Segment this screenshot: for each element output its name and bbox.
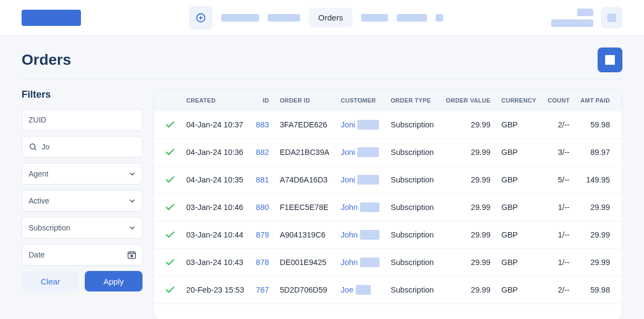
cell-id-link[interactable]: 882 <box>256 148 269 157</box>
cell-created: 03-Jan-24 10:44 <box>181 221 250 249</box>
cell-order-value: 29.99 <box>440 249 496 276</box>
add-button[interactable] <box>189 6 213 30</box>
page-action-button[interactable] <box>598 47 622 72</box>
filters-panel: Filters Agent Active Subscription <box>22 89 143 319</box>
chevron-down-icon <box>128 169 137 178</box>
calendar-icon <box>127 250 137 260</box>
th-created[interactable]: CREATED <box>181 90 250 111</box>
cell-customer-link[interactable]: John <box>341 230 357 239</box>
cell-customer-link[interactable]: Joni <box>341 175 355 184</box>
cell-id-link[interactable]: 881 <box>256 175 269 184</box>
th-count[interactable]: COUNT <box>541 90 575 111</box>
cell-amt-paid: 89.97 <box>575 139 622 166</box>
svg-rect-9 <box>131 255 133 257</box>
cell-id-link[interactable]: 879 <box>256 230 269 239</box>
top-nav: Orders <box>0 0 644 36</box>
table-row[interactable]: 03-Jan-24 10:46880F1EEC5E78EJohnSubscrip… <box>154 194 622 221</box>
page-title: Orders <box>22 51 71 69</box>
filter-buttons: Clear Apply <box>22 271 143 291</box>
cell-order-type: Subscription <box>385 166 440 194</box>
table-row[interactable]: 04-Jan-24 10:378833FA7EDE626JoniSubscrip… <box>154 111 622 139</box>
redacted <box>357 120 379 130</box>
th-order-type[interactable]: ORDER TYPE <box>385 90 440 111</box>
search-icon <box>29 142 37 151</box>
th-currency[interactable]: CURRENCY <box>496 90 542 111</box>
table-row[interactable]: 04-Jan-24 10:35881A74D6A16D3JoniSubscrip… <box>154 166 622 194</box>
type-select[interactable]: Subscription <box>22 217 143 239</box>
cell-id-link[interactable]: 880 <box>256 203 269 212</box>
th-amt-paid[interactable]: AMT PAID <box>575 90 622 111</box>
orders-table: CREATED ID ORDER ID CUSTOMER ORDER TYPE … <box>154 90 622 304</box>
nav-item-placeholder[interactable] <box>436 14 443 22</box>
cell-id-link[interactable]: 767 <box>256 286 269 294</box>
status-check-icon <box>165 202 175 213</box>
nav-item-placeholder[interactable] <box>268 14 300 22</box>
nav-tab-orders[interactable]: Orders <box>309 8 353 28</box>
clear-button[interactable]: Clear <box>22 271 79 291</box>
cell-created: 04-Jan-24 10:37 <box>181 111 250 139</box>
cell-order-value: 29.99 <box>440 276 496 304</box>
cell-amt-paid: 59.98 <box>575 111 622 139</box>
cell-created: 04-Jan-24 10:35 <box>181 166 250 194</box>
cell-order-id: EDA21BC39A <box>274 139 335 166</box>
nav-item-placeholder[interactable] <box>221 14 259 22</box>
cell-count: 3/-- <box>541 139 575 166</box>
redacted <box>360 257 379 267</box>
cell-currency: GBP <box>496 276 542 304</box>
table-header-row: CREATED ID ORDER ID CUSTOMER ORDER TYPE … <box>154 90 622 111</box>
cell-order-id: 3FA7EDE626 <box>274 111 335 139</box>
cell-count: 1/-- <box>541 194 575 221</box>
nav-item-placeholder[interactable] <box>397 14 427 22</box>
status-check-icon <box>165 229 175 240</box>
cell-id-link[interactable]: 883 <box>256 120 269 129</box>
redacted <box>356 285 371 295</box>
cell-customer-link[interactable]: Joni <box>341 120 355 129</box>
cell-order-value: 29.99 <box>440 166 496 194</box>
table-row[interactable]: 03-Jan-24 10:43878DE001E9425JohnSubscrip… <box>154 249 622 276</box>
cell-count: 1/-- <box>541 221 575 249</box>
profile-icon <box>607 13 616 22</box>
zuid-input[interactable] <box>29 116 135 124</box>
apply-button[interactable]: Apply <box>85 271 143 291</box>
cell-customer-link[interactable]: John <box>341 258 357 267</box>
th-order-value[interactable]: ORDER VALUE <box>440 90 496 111</box>
page-header: Orders <box>0 36 644 79</box>
cell-count: 1/-- <box>541 249 575 276</box>
cell-id-link[interactable]: 878 <box>256 258 269 267</box>
filters-heading: Filters <box>22 89 143 100</box>
cell-amt-paid: 29.99 <box>575 194 622 221</box>
th-order-id[interactable]: ORDER ID <box>274 90 335 111</box>
logo[interactable] <box>22 10 81 26</box>
cell-order-value: 29.99 <box>440 139 496 166</box>
cell-created: 03-Jan-24 10:43 <box>181 249 250 276</box>
orders-table-card: CREATED ID ORDER ID CUSTOMER ORDER TYPE … <box>153 89 622 319</box>
status-check-icon <box>165 147 175 158</box>
cell-currency: GBP <box>496 111 542 139</box>
th-id[interactable]: ID <box>250 90 275 111</box>
cell-customer-link[interactable]: Joni <box>341 148 355 157</box>
table-row[interactable]: 20-Feb-23 15:537675D2D706D59JoeSubscript… <box>154 276 622 304</box>
search-field[interactable] <box>22 136 143 158</box>
search-input[interactable] <box>42 142 136 151</box>
cell-currency: GBP <box>496 139 542 166</box>
cell-order-id: DE001E9425 <box>274 249 335 276</box>
cell-count: 2/-- <box>541 276 575 304</box>
cell-currency: GBP <box>496 194 542 221</box>
agent-select[interactable]: Agent <box>22 163 143 185</box>
table-row[interactable]: 03-Jan-24 10:44879A9041319C6JohnSubscrip… <box>154 221 622 249</box>
date-value: Date <box>29 250 45 259</box>
cell-customer-link[interactable]: John <box>341 203 357 212</box>
th-customer[interactable]: CUSTOMER <box>335 90 385 111</box>
nav-item-placeholder[interactable] <box>551 9 593 27</box>
nav-item-placeholder[interactable] <box>361 14 388 22</box>
svg-line-4 <box>35 148 36 150</box>
plus-circle-icon <box>195 12 206 23</box>
date-field[interactable]: Date <box>22 244 143 266</box>
zuid-field[interactable] <box>22 109 143 131</box>
cell-customer-link[interactable]: Joe <box>341 286 353 294</box>
table-row[interactable]: 04-Jan-24 10:36882EDA21BC39AJoniSubscrip… <box>154 139 622 166</box>
status-select[interactable]: Active <box>22 190 143 212</box>
cell-order-type: Subscription <box>385 221 440 249</box>
cell-order-value: 29.99 <box>440 194 496 221</box>
nav-profile-button[interactable] <box>601 7 622 29</box>
